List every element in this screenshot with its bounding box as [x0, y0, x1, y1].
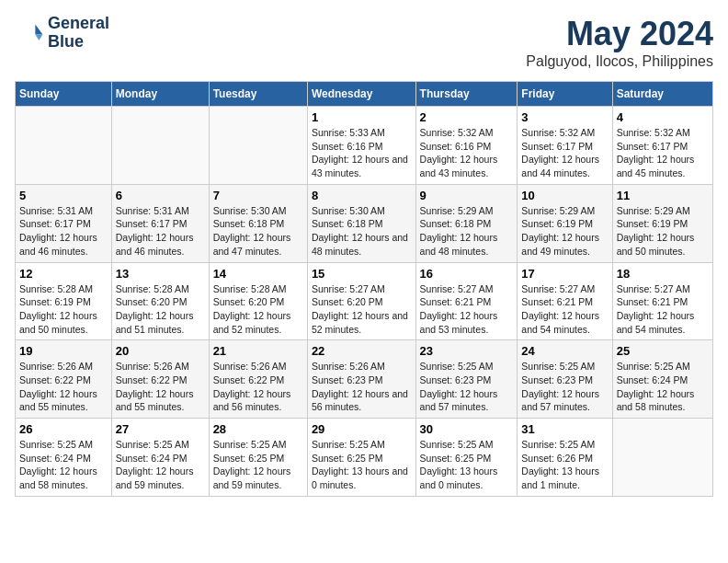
day-cell: 8Sunrise: 5:30 AM Sunset: 6:18 PM Daylig… — [307, 184, 415, 262]
day-cell: 9Sunrise: 5:29 AM Sunset: 6:18 PM Daylig… — [415, 184, 518, 262]
header-wednesday: Wednesday — [307, 82, 415, 107]
day-number: 30 — [420, 422, 514, 436]
day-number: 18 — [617, 267, 709, 281]
week-row-5: 26Sunrise: 5:25 AM Sunset: 6:24 PM Dayli… — [16, 419, 713, 497]
day-info: Sunrise: 5:27 AM Sunset: 6:21 PM Dayligh… — [521, 282, 608, 337]
day-number: 10 — [521, 189, 608, 202]
day-info: Sunrise: 5:25 AM Sunset: 6:24 PM Dayligh… — [116, 438, 205, 492]
day-info: Sunrise: 5:26 AM Sunset: 6:22 PM Dayligh… — [213, 360, 303, 414]
day-cell: 27Sunrise: 5:25 AM Sunset: 6:24 PM Dayli… — [111, 419, 209, 497]
header-monday: Monday — [111, 82, 209, 107]
day-cell: 20Sunrise: 5:26 AM Sunset: 6:22 PM Dayli… — [111, 340, 209, 419]
header-tuesday: Tuesday — [209, 82, 307, 107]
day-number: 12 — [19, 267, 108, 281]
day-info: Sunrise: 5:25 AM Sunset: 6:23 PM Dayligh… — [521, 360, 608, 414]
week-row-4: 19Sunrise: 5:26 AM Sunset: 6:22 PM Dayli… — [16, 340, 713, 419]
page-header: General Blue May 2024 Palguyod, Ilocos, … — [15, 15, 713, 70]
day-cell: 6Sunrise: 5:31 AM Sunset: 6:17 PM Daylig… — [111, 184, 209, 262]
day-cell: 1Sunrise: 5:33 AM Sunset: 6:16 PM Daylig… — [307, 107, 415, 185]
logo: General Blue — [15, 15, 109, 52]
day-info: Sunrise: 5:25 AM Sunset: 6:26 PM Dayligh… — [521, 438, 608, 492]
svg-marker-1 — [35, 34, 42, 40]
day-number: 14 — [213, 267, 303, 281]
calendar-table: SundayMondayTuesdayWednesdayThursdayFrid… — [15, 81, 713, 497]
day-info: Sunrise: 5:28 AM Sunset: 6:19 PM Dayligh… — [19, 282, 108, 337]
day-info: Sunrise: 5:30 AM Sunset: 6:18 PM Dayligh… — [312, 204, 412, 259]
day-number: 7 — [213, 189, 303, 202]
day-info: Sunrise: 5:26 AM Sunset: 6:22 PM Dayligh… — [19, 360, 108, 414]
day-number: 11 — [617, 189, 709, 202]
title-block: May 2024 Palguyod, Ilocos, Philippines — [526, 15, 713, 70]
day-cell: 19Sunrise: 5:26 AM Sunset: 6:22 PM Dayli… — [16, 340, 112, 419]
header-thursday: Thursday — [415, 82, 518, 107]
day-cell: 29Sunrise: 5:25 AM Sunset: 6:25 PM Dayli… — [307, 419, 415, 497]
day-info: Sunrise: 5:29 AM Sunset: 6:18 PM Dayligh… — [420, 204, 514, 259]
day-number: 16 — [420, 267, 514, 281]
week-row-2: 5Sunrise: 5:31 AM Sunset: 6:17 PM Daylig… — [16, 184, 713, 262]
day-info: Sunrise: 5:31 AM Sunset: 6:17 PM Dayligh… — [19, 204, 108, 259]
day-cell: 14Sunrise: 5:28 AM Sunset: 6:20 PM Dayli… — [209, 262, 307, 340]
header-saturday: Saturday — [612, 82, 712, 107]
day-info: Sunrise: 5:32 AM Sunset: 6:17 PM Dayligh… — [617, 126, 709, 180]
day-cell: 23Sunrise: 5:25 AM Sunset: 6:23 PM Dayli… — [415, 340, 518, 419]
day-number: 29 — [312, 422, 412, 436]
day-number: 1 — [312, 110, 412, 124]
header-friday: Friday — [518, 82, 612, 107]
day-cell: 26Sunrise: 5:25 AM Sunset: 6:24 PM Dayli… — [16, 419, 112, 497]
day-number: 20 — [116, 344, 205, 358]
day-number: 4 — [617, 110, 709, 124]
day-info: Sunrise: 5:25 AM Sunset: 6:23 PM Dayligh… — [420, 360, 514, 414]
day-cell: 2Sunrise: 5:32 AM Sunset: 6:16 PM Daylig… — [415, 107, 518, 185]
day-cell: 30Sunrise: 5:25 AM Sunset: 6:25 PM Dayli… — [415, 419, 518, 497]
month-year-title: May 2024 — [526, 15, 713, 53]
day-cell: 17Sunrise: 5:27 AM Sunset: 6:21 PM Dayli… — [518, 262, 612, 340]
day-cell: 22Sunrise: 5:26 AM Sunset: 6:23 PM Dayli… — [307, 340, 415, 419]
day-number: 19 — [19, 344, 108, 358]
day-number: 31 — [521, 422, 608, 436]
week-row-1: 1Sunrise: 5:33 AM Sunset: 6:16 PM Daylig… — [16, 107, 713, 185]
day-info: Sunrise: 5:27 AM Sunset: 6:20 PM Dayligh… — [312, 282, 412, 337]
svg-marker-0 — [35, 24, 42, 34]
header-sunday: Sunday — [16, 82, 112, 107]
day-number: 21 — [213, 344, 303, 358]
week-row-3: 12Sunrise: 5:28 AM Sunset: 6:19 PM Dayli… — [16, 262, 713, 340]
day-cell: 15Sunrise: 5:27 AM Sunset: 6:20 PM Dayli… — [307, 262, 415, 340]
day-number: 6 — [116, 189, 205, 202]
day-info: Sunrise: 5:31 AM Sunset: 6:17 PM Dayligh… — [116, 204, 205, 259]
day-info: Sunrise: 5:25 AM Sunset: 6:25 PM Dayligh… — [312, 438, 412, 492]
day-cell: 7Sunrise: 5:30 AM Sunset: 6:18 PM Daylig… — [209, 184, 307, 262]
day-number: 23 — [420, 344, 514, 358]
day-number: 24 — [521, 344, 608, 358]
day-number: 17 — [521, 267, 608, 281]
day-cell: 31Sunrise: 5:25 AM Sunset: 6:26 PM Dayli… — [518, 419, 612, 497]
day-info: Sunrise: 5:32 AM Sunset: 6:16 PM Dayligh… — [420, 126, 514, 180]
day-cell: 13Sunrise: 5:28 AM Sunset: 6:20 PM Dayli… — [111, 262, 209, 340]
day-number: 5 — [19, 189, 108, 202]
day-cell: 10Sunrise: 5:29 AM Sunset: 6:19 PM Dayli… — [518, 184, 612, 262]
day-cell: 5Sunrise: 5:31 AM Sunset: 6:17 PM Daylig… — [16, 184, 112, 262]
calendar-header-row: SundayMondayTuesdayWednesdayThursdayFrid… — [16, 82, 713, 107]
day-info: Sunrise: 5:25 AM Sunset: 6:24 PM Dayligh… — [617, 360, 709, 414]
day-cell: 25Sunrise: 5:25 AM Sunset: 6:24 PM Dayli… — [612, 340, 712, 419]
day-info: Sunrise: 5:25 AM Sunset: 6:25 PM Dayligh… — [420, 438, 514, 492]
logo-text: General Blue — [48, 15, 109, 52]
day-info: Sunrise: 5:33 AM Sunset: 6:16 PM Dayligh… — [312, 126, 412, 180]
day-info: Sunrise: 5:30 AM Sunset: 6:18 PM Dayligh… — [213, 204, 303, 259]
day-cell — [209, 107, 307, 185]
day-info: Sunrise: 5:29 AM Sunset: 6:19 PM Dayligh… — [617, 204, 709, 259]
day-number: 27 — [116, 422, 205, 436]
calendar-body: 1Sunrise: 5:33 AM Sunset: 6:16 PM Daylig… — [16, 107, 713, 497]
day-info: Sunrise: 5:26 AM Sunset: 6:22 PM Dayligh… — [116, 360, 205, 414]
day-cell: 11Sunrise: 5:29 AM Sunset: 6:19 PM Dayli… — [612, 184, 712, 262]
day-number: 25 — [617, 344, 709, 358]
day-number: 3 — [521, 110, 608, 124]
day-info: Sunrise: 5:25 AM Sunset: 6:24 PM Dayligh… — [19, 438, 108, 492]
day-number: 28 — [213, 422, 303, 436]
day-number: 8 — [312, 189, 412, 202]
day-cell: 24Sunrise: 5:25 AM Sunset: 6:23 PM Dayli… — [518, 340, 612, 419]
day-cell: 12Sunrise: 5:28 AM Sunset: 6:19 PM Dayli… — [16, 262, 112, 340]
location-subtitle: Palguyod, Ilocos, Philippines — [526, 53, 713, 70]
day-cell: 4Sunrise: 5:32 AM Sunset: 6:17 PM Daylig… — [612, 107, 712, 185]
day-info: Sunrise: 5:25 AM Sunset: 6:25 PM Dayligh… — [213, 438, 303, 492]
day-number: 26 — [19, 422, 108, 436]
